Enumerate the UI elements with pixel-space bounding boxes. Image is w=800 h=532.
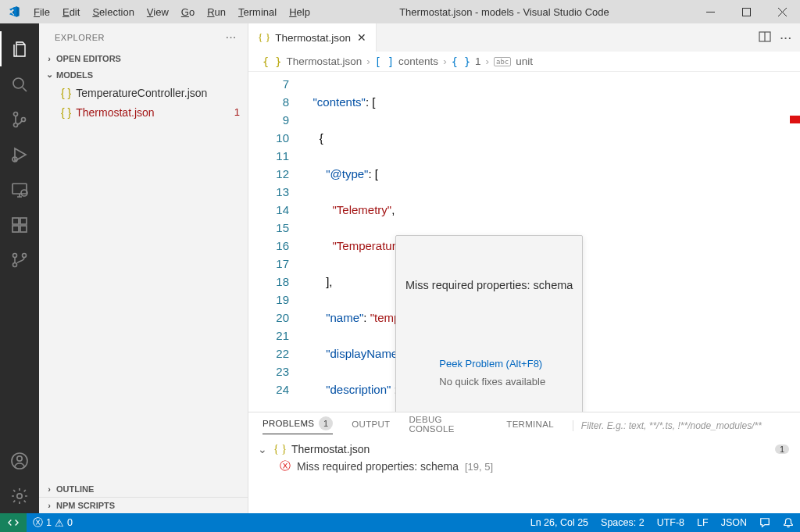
error-icon: ⓧ (280, 459, 291, 473)
status-problems[interactable]: ⓧ1 ⚠0 (27, 513, 79, 532)
split-editor-icon[interactable] (759, 30, 771, 45)
vscode-icon (0, 5, 27, 18)
svg-point-4 (14, 123, 18, 127)
sidebar: EXPLORER ··· ›OPEN EDITORS ⌄MODELS { } T… (39, 23, 248, 513)
hover-message: Miss required properties: schema (405, 277, 573, 295)
menu-run[interactable]: Run (201, 6, 232, 18)
close-button[interactable] (764, 0, 800, 23)
chevron-right-icon: › (366, 55, 370, 67)
tab-label: Thermostat.json (275, 32, 351, 44)
object-icon: { } (452, 55, 470, 68)
json-file-icon: { } (258, 31, 270, 44)
code-editor[interactable]: 789101112131415161718192021222324 "conte… (248, 72, 800, 412)
svg-point-13 (13, 253, 17, 257)
activity-explorer-icon[interactable] (0, 31, 39, 66)
file-problem-badge: 1 (234, 106, 240, 118)
panel: PROBLEMS1 OUTPUT DEBUG CONSOLE TERMINAL … (248, 412, 800, 513)
file-item[interactable]: { } TemperatureController.json (39, 83, 248, 102)
menu-edit[interactable]: Edit (56, 6, 86, 18)
activity-search-icon[interactable] (0, 66, 39, 102)
problems-list: ⌄ { } Thermostat.json 1 ⓧ Miss required … (248, 438, 800, 513)
section-open-editors[interactable]: ›OPEN EDITORS (39, 51, 248, 66)
menu-help[interactable]: Help (283, 6, 316, 18)
panel-tab-terminal[interactable]: TERMINAL (506, 420, 554, 432)
sidebar-more-icon[interactable]: ··· (226, 33, 237, 42)
activity-github-icon[interactable] (0, 242, 39, 277)
error-icon: ⓧ (33, 516, 43, 530)
editor-group: { } Thermostat.json ✕ ··· { }Thermostat.… (248, 23, 800, 513)
chevron-right-icon: › (44, 501, 55, 510)
json-file-icon: { } (61, 87, 71, 99)
activity-source-control-icon[interactable] (0, 102, 39, 137)
svg-point-15 (23, 253, 27, 257)
menu-go[interactable]: Go (175, 6, 201, 18)
activity-settings-icon[interactable] (0, 478, 39, 513)
status-bar: ⓧ1 ⚠0 Ln 26, Col 25 Spaces: 2 UTF-8 LF J… (0, 513, 800, 532)
activity-run-debug-icon[interactable] (0, 137, 39, 172)
code-content[interactable]: "contents": [ { "@type": [ "Telemetry", … (303, 72, 800, 412)
file-item[interactable]: { } Thermostat.json 1 (39, 102, 248, 122)
panel-tab-debug-console[interactable]: DEBUG CONSOLE (409, 415, 488, 437)
file-problem-count: 1 (775, 445, 789, 454)
maximize-button[interactable] (728, 0, 764, 23)
status-encoding[interactable]: UTF-8 (651, 513, 691, 532)
sidebar-header: EXPLORER ··· (39, 23, 248, 51)
editor-tabs: { } Thermostat.json ✕ ··· (248, 23, 800, 52)
tab-close-icon[interactable]: ✕ (355, 31, 368, 44)
status-bell-icon[interactable] (777, 513, 800, 532)
status-feedback-icon[interactable] (753, 513, 777, 532)
svg-rect-7 (12, 184, 27, 194)
minimize-button[interactable] (692, 0, 728, 23)
activity-extensions-icon[interactable] (0, 207, 39, 242)
status-eol[interactable]: LF (691, 513, 715, 532)
problems-filter-input[interactable]: Filter. E.g.: text, **/*.ts, !**/node_mo… (573, 420, 792, 431)
json-file-icon: { } (273, 443, 287, 455)
hover-tooltip: Miss required properties: schema Peek Pr… (395, 235, 583, 412)
svg-rect-1 (742, 8, 750, 16)
svg-rect-0 (706, 12, 715, 12)
activity-bar (0, 23, 39, 513)
chevron-down-icon: ⌄ (256, 443, 269, 455)
section-outline[interactable]: ›OUTLINE (39, 481, 248, 497)
title-bar: File Edit Selection View Go Run Terminal… (0, 0, 800, 23)
chevron-right-icon: › (443, 55, 447, 67)
file-name: TemperatureController.json (76, 87, 207, 99)
menu-file[interactable]: File (27, 6, 56, 18)
status-indentation[interactable]: Spaces: 2 (595, 513, 651, 532)
chevron-right-icon: › (486, 55, 490, 67)
status-cursor-position[interactable]: Ln 26, Col 25 (524, 513, 595, 532)
breadcrumb[interactable]: { }Thermostat.json › [ ]contents › { }1 … (248, 52, 800, 72)
section-npm-scripts[interactable]: ›NPM SCRIPTS (39, 497, 248, 513)
svg-point-3 (14, 112, 18, 116)
svg-rect-9 (12, 218, 19, 224)
json-file-icon: { } (61, 106, 71, 119)
line-number-gutter: 789101112131415161718192021222324 (248, 72, 303, 412)
status-remote-icon[interactable] (0, 513, 27, 532)
svg-point-17 (17, 455, 22, 460)
section-models[interactable]: ⌄MODELS (39, 66, 248, 83)
activity-accounts-icon[interactable] (0, 443, 39, 478)
chevron-right-icon: › (44, 54, 55, 63)
activity-remote-explorer-icon[interactable] (0, 172, 39, 207)
panel-tabs: PROBLEMS1 OUTPUT DEBUG CONSOLE TERMINAL … (248, 412, 800, 438)
status-language[interactable]: JSON (715, 513, 753, 532)
menu-bar: File Edit Selection View Go Run Terminal… (27, 6, 316, 18)
panel-tab-output[interactable]: OUTPUT (352, 420, 390, 432)
svg-point-18 (17, 493, 22, 498)
overview-ruler-error[interactable] (790, 116, 800, 123)
menu-terminal[interactable]: Terminal (232, 6, 283, 18)
panel-tab-problems[interactable]: PROBLEMS1 (262, 416, 333, 434)
problem-item[interactable]: ⓧ Miss required properties: schema [19, … (253, 457, 792, 476)
string-icon: abc (494, 57, 511, 66)
chevron-down-icon: ⌄ (44, 70, 55, 80)
editor-tab[interactable]: { } Thermostat.json ✕ (248, 23, 377, 52)
menu-view[interactable]: View (141, 6, 175, 18)
menu-selection[interactable]: Selection (86, 6, 140, 18)
file-name: Thermostat.json (76, 106, 154, 119)
problems-file-row[interactable]: ⌄ { } Thermostat.json 1 (253, 441, 792, 457)
window-controls (692, 0, 800, 23)
sidebar-title: EXPLORER (55, 33, 105, 42)
peek-problem-link[interactable]: Peek Problem (Alt+F8) (439, 358, 542, 370)
chevron-right-icon: › (44, 484, 55, 494)
editor-more-icon[interactable]: ··· (780, 32, 792, 44)
